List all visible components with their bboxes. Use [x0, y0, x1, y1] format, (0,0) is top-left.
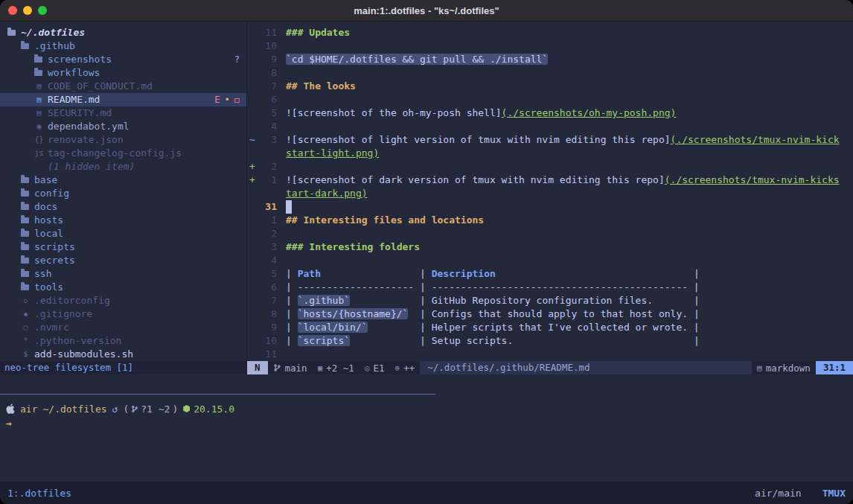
editor-line[interactable]: start-light.png)	[247, 147, 853, 160]
tree-item[interactable]: scripts	[0, 240, 246, 254]
md-file-icon: ▤	[34, 93, 44, 106]
zoom-button[interactable]	[38, 6, 47, 15]
tree-item[interactable]: base	[0, 173, 246, 187]
file-tree[interactable]: ~/.dotfiles.githubscreenshots?workflows▤…	[0, 22, 246, 361]
tree-item[interactable]: secrets	[0, 254, 246, 267]
tree-item[interactable]: ◇.editorconfig	[0, 294, 246, 307]
text-segment: `hosts/{hostname}/`	[298, 308, 409, 319]
editor-line[interactable]: 8	[247, 66, 853, 80]
editor-line[interactable]: tart-dark.png)	[247, 187, 853, 200]
editor-line[interactable]: 6	[247, 93, 853, 106]
tree-item[interactable]: ▤CODE_OF_CONDUCT.md	[0, 80, 246, 93]
text-segment: | Configs that should apply to that host…	[408, 308, 699, 319]
folder-icon	[21, 244, 29, 250]
tree-item[interactable]: ◉dependabot.yml	[0, 120, 246, 133]
tree-item-label: docs	[34, 200, 57, 214]
editor-line[interactable]: 7| `.github` | GitHub Repository configu…	[247, 294, 853, 307]
editor-line[interactable]: 3### Interesting folders	[247, 240, 853, 254]
tree-item[interactable]: screenshots?	[0, 53, 246, 66]
editor-line[interactable]: 4	[247, 120, 853, 133]
editor-line[interactable]: 31	[247, 200, 853, 214]
tree-item-label: secrets	[34, 254, 75, 267]
cursor-position: 31:1	[816, 361, 853, 374]
tree-item-label: config	[34, 187, 69, 200]
tree-item[interactable]: hosts	[0, 214, 246, 227]
tree-item[interactable]: config	[0, 187, 246, 200]
line-number	[258, 187, 277, 200]
editor-line[interactable]: 9`cd $HOME/.dotfiles && git pull && ./in…	[247, 53, 853, 66]
tree-item[interactable]: ▤SECURITY.md	[0, 106, 246, 120]
line-number: 1	[258, 173, 277, 187]
tree-item[interactable]: (1 hidden item)	[0, 160, 246, 173]
tree-item[interactable]: *.python-version	[0, 334, 246, 348]
tree-item-label: (1 hidden item)	[48, 160, 135, 173]
folder-icon	[21, 217, 29, 223]
editor-line[interactable]: 11	[247, 348, 853, 361]
tree-item[interactable]: jstag-changelog-config.js	[0, 147, 246, 160]
tree-item[interactable]: ~/.dotfiles	[0, 26, 246, 39]
editor-line[interactable]: 9| `local/bin/` | Helper scripts that I'…	[247, 321, 853, 334]
filetype: ▤ markdown	[752, 361, 816, 374]
editor-line[interactable]: 10| `scripts` | Setup scripts. |	[247, 334, 853, 348]
tmux-pane-border[interactable]	[0, 394, 853, 395]
editor-line[interactable]: 8| `hosts/{hostname}/` | Configs that sh…	[247, 307, 853, 321]
editor-line[interactable]: ~3![screenshot of light version of tmux …	[247, 133, 853, 147]
editor-line[interactable]: +1![screenshot of dark version of tmux w…	[247, 173, 853, 187]
editor-line[interactable]: 7## The looks	[247, 80, 853, 93]
git-sign	[247, 39, 258, 53]
line-number: 7	[258, 80, 277, 93]
git-sign: ~	[247, 133, 258, 147]
editor-line[interactable]: 4	[247, 254, 853, 267]
editor-line[interactable]: 11### Updates	[247, 26, 853, 39]
text-segment: `cd $HOME/.dotfiles && git pull && ./ins…	[286, 54, 548, 65]
git-sign	[247, 281, 258, 294]
text-segment: Path	[298, 268, 321, 279]
tree-item[interactable]: local	[0, 227, 246, 240]
tmux-session-path: air/main	[755, 488, 802, 499]
tree-item[interactable]: .github	[0, 39, 246, 53]
tree-item[interactable]: docs	[0, 200, 246, 214]
tree-item[interactable]: {}renovate.json	[0, 133, 246, 147]
py-file-icon: *	[21, 334, 31, 348]
text-segment: |	[286, 295, 298, 306]
line-number: 7	[258, 294, 277, 307]
prompt-arrow: →	[6, 417, 853, 430]
tree-item[interactable]: ▤README.mdE•◻	[0, 93, 246, 106]
line-number: 10	[258, 334, 277, 348]
branch-name: main	[285, 363, 307, 374]
tree-item[interactable]: workflows	[0, 66, 246, 80]
editor-line[interactable]: 5![screenshot of the oh-my-posh shell](.…	[247, 106, 853, 120]
tree-item[interactable]: ○.nvmrc	[0, 321, 246, 334]
git-sign	[247, 147, 258, 160]
line-text: ## The looks	[286, 80, 356, 93]
prompt-cwd: ~/.dotfiles	[42, 403, 106, 415]
folder-icon	[21, 177, 29, 183]
line-number: 4	[258, 120, 277, 133]
line-number: 10	[258, 39, 277, 53]
node-version: 20.15.0	[194, 403, 234, 415]
close-button[interactable]	[8, 6, 17, 15]
tmux-bar-right: air/main TMUX	[755, 488, 846, 499]
text-segment: ![screenshot of the oh-my-posh shell]	[286, 107, 502, 118]
tree-item[interactable]: ◆.gitignore	[0, 307, 246, 321]
minimize-button[interactable]	[23, 6, 32, 15]
tree-item-label: hosts	[34, 214, 63, 227]
tmux-window-name[interactable]: 1:.dotfiles	[7, 488, 71, 499]
editor-line[interactable]: 1## Interesting files and locations	[247, 214, 853, 227]
editor-line[interactable]: 10	[247, 39, 853, 53]
cursor	[286, 200, 292, 214]
editor-line[interactable]: 5| Path | Description |	[247, 267, 853, 281]
editor-line[interactable]: +2	[247, 160, 853, 173]
shell-pane[interactable]: air ~/.dotfiles ↺ ( ?1 ~2 ) 20.15.0 →	[0, 395, 853, 482]
tree-item[interactable]: ssh	[0, 267, 246, 281]
tree-item-label: scripts	[34, 240, 75, 254]
folder-icon	[34, 57, 42, 63]
line-text: ### Updates	[286, 26, 350, 39]
tree-item[interactable]: $add-submodules.sh	[0, 348, 246, 361]
text-segment: | Helper scripts that I've collected or …	[368, 322, 700, 333]
editor-line[interactable]: 6| -------------------- | --------------…	[247, 281, 853, 294]
editor-lines[interactable]: 11### Updates109`cd $HOME/.dotfiles && g…	[247, 22, 853, 361]
git-branch[interactable]: main	[268, 361, 313, 374]
tree-item[interactable]: tools	[0, 281, 246, 294]
editor-line[interactable]: 2	[247, 227, 853, 240]
